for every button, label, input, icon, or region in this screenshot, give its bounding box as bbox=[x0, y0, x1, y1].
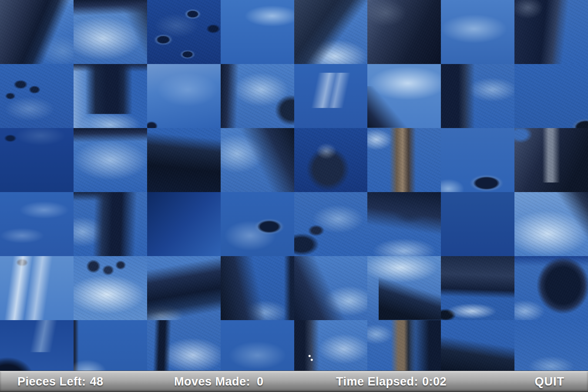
pieces-left-value: 48 bbox=[90, 375, 104, 388]
puzzle-tile-r4c7[interactable] bbox=[514, 256, 588, 320]
jigsaw-puzzle-screen: Pieces Left:48 Moves Made:0 Time Elapsed… bbox=[0, 0, 588, 392]
puzzle-tile-r5c4[interactable] bbox=[294, 320, 368, 371]
puzzle-tile-r2c0[interactable] bbox=[0, 128, 74, 192]
puzzle-tile-r3c0[interactable] bbox=[0, 192, 74, 256]
puzzle-tile-r1c2[interactable] bbox=[147, 64, 221, 128]
moves-made-stat: Moves Made:0 bbox=[174, 376, 264, 388]
puzzle-tile-r2c6[interactable] bbox=[441, 128, 514, 192]
puzzle-tile-r0c3[interactable] bbox=[221, 0, 294, 64]
puzzle-tile-r2c3[interactable] bbox=[221, 128, 294, 192]
puzzle-tile-r0c0[interactable] bbox=[0, 0, 74, 64]
puzzle-tile-r0c7[interactable] bbox=[514, 0, 588, 64]
puzzle-tile-r3c6[interactable] bbox=[441, 192, 514, 256]
puzzle-tile-r0c4[interactable] bbox=[294, 0, 368, 64]
puzzle-tile-r3c4[interactable] bbox=[294, 192, 368, 256]
puzzle-tile-r1c5[interactable] bbox=[367, 64, 441, 128]
puzzle-tile-r4c1[interactable] bbox=[74, 256, 147, 320]
puzzle-tile-r5c2[interactable] bbox=[147, 320, 221, 371]
puzzle-tile-r2c7[interactable] bbox=[514, 128, 588, 192]
puzzle-tile-r4c5[interactable] bbox=[367, 256, 441, 320]
puzzle-tile-r4c3[interactable] bbox=[221, 256, 294, 320]
puzzle-tile-r0c2[interactable] bbox=[147, 0, 221, 64]
time-elapsed-stat: Time Elapsed:0:02 bbox=[336, 376, 447, 388]
moves-made-label: Moves Made: bbox=[174, 375, 250, 388]
puzzle-tile-r0c1[interactable] bbox=[74, 0, 147, 64]
puzzle-tile-r3c1[interactable] bbox=[74, 192, 147, 256]
puzzle-tile-r0c5[interactable] bbox=[367, 0, 441, 64]
puzzle-tile-r5c6[interactable] bbox=[441, 320, 514, 371]
puzzle-tile-r1c4[interactable] bbox=[294, 64, 368, 128]
puzzle-tile-r3c7[interactable] bbox=[514, 192, 588, 256]
quit-button[interactable]: QUIT bbox=[535, 375, 565, 389]
puzzle-tile-r5c5[interactable] bbox=[367, 320, 441, 371]
puzzle-tile-r5c1[interactable] bbox=[74, 320, 147, 371]
puzzle-tile-r1c0[interactable] bbox=[0, 64, 74, 128]
moves-made-value: 0 bbox=[257, 375, 264, 388]
puzzle-tile-r0c6[interactable] bbox=[441, 0, 514, 64]
puzzle-tile-r1c6[interactable] bbox=[441, 64, 514, 128]
puzzle-tile-r1c3[interactable] bbox=[221, 64, 294, 128]
puzzle-tile-r5c0[interactable] bbox=[0, 320, 74, 371]
puzzle-tile-r2c2[interactable] bbox=[147, 128, 221, 192]
pieces-left-label: Pieces Left: bbox=[17, 375, 86, 388]
puzzle-tile-r2c5[interactable] bbox=[367, 128, 441, 192]
status-bar: Pieces Left:48 Moves Made:0 Time Elapsed… bbox=[0, 371, 588, 392]
puzzle-tile-r3c3[interactable] bbox=[221, 192, 294, 256]
puzzle-tile-r5c3[interactable] bbox=[221, 320, 294, 371]
puzzle-grid bbox=[0, 0, 588, 371]
puzzle-tile-r4c6[interactable] bbox=[441, 256, 514, 320]
pieces-left-stat: Pieces Left:48 bbox=[17, 376, 104, 388]
time-elapsed-value: 0:02 bbox=[422, 375, 447, 388]
puzzle-tile-r4c4[interactable] bbox=[294, 256, 368, 320]
puzzle-tile-r1c7[interactable] bbox=[514, 64, 588, 128]
puzzle-tile-r3c5[interactable] bbox=[367, 192, 441, 256]
time-elapsed-label: Time Elapsed: bbox=[336, 375, 418, 388]
puzzle-tile-r4c0[interactable] bbox=[0, 256, 74, 320]
puzzle-tile-r4c2[interactable] bbox=[147, 256, 221, 320]
puzzle-tile-r5c7[interactable] bbox=[514, 320, 588, 371]
puzzle-tile-r3c2[interactable] bbox=[147, 192, 221, 256]
puzzle-tile-r1c1[interactable] bbox=[74, 64, 147, 128]
puzzle-tile-r2c4[interactable] bbox=[294, 128, 368, 192]
puzzle-tile-r2c1[interactable] bbox=[74, 128, 147, 192]
